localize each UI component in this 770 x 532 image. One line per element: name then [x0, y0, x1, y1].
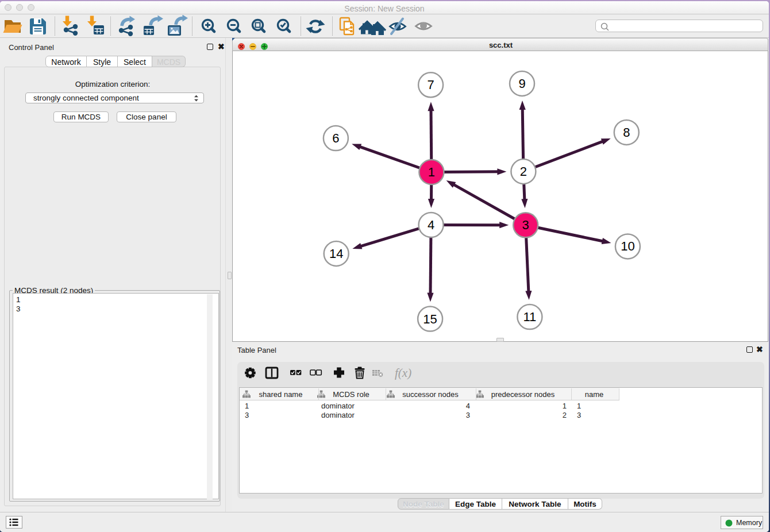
svg-text:7: 7: [427, 78, 434, 92]
svg-text:8: 8: [623, 125, 630, 140]
svg-text:6: 6: [332, 131, 339, 145]
svg-text:15: 15: [423, 312, 437, 326]
svg-text:1: 1: [428, 165, 435, 179]
svg-text:f(x): f(x): [395, 366, 411, 380]
svg-text:10: 10: [621, 239, 634, 253]
svg-text:9: 9: [518, 76, 525, 91]
svg-text:2: 2: [520, 164, 527, 179]
svg-text:4: 4: [428, 218, 434, 232]
svg-text:11: 11: [523, 310, 536, 324]
svg-text:14: 14: [329, 246, 343, 261]
svg-text:3: 3: [522, 218, 529, 232]
